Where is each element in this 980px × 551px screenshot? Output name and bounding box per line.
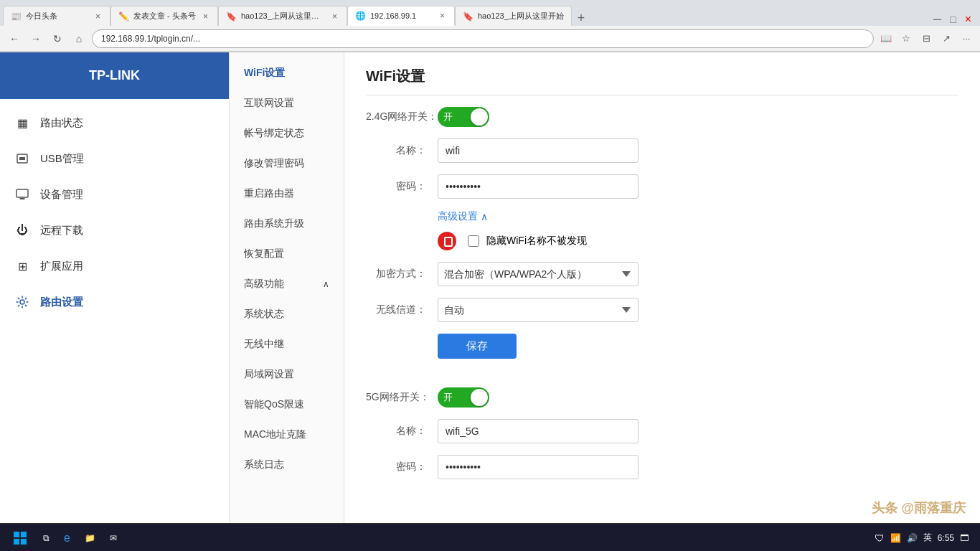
back-button[interactable]: ← — [6, 30, 23, 47]
close-button[interactable]: × — [965, 13, 971, 26]
share-icon[interactable]: ↗ — [938, 31, 954, 47]
wifi-password-input[interactable] — [438, 174, 639, 199]
tab-3-label: hao123_上网从这里开始 — [241, 11, 326, 22]
network-tray-icon[interactable]: 📶 — [890, 533, 901, 543]
network-2g-switch-label: 2.4G网络开关： — [366, 110, 438, 123]
mid-nav-advanced-func[interactable]: 高级功能 ∧ — [230, 269, 344, 299]
advanced-settings-text: 高级设置 — [438, 210, 478, 223]
tab-4-close[interactable]: × — [438, 10, 447, 22]
main-layout: TP-LINK ▦ 路由状态 USB管理 设备管理 ⏻ 远程下载 — [0, 52, 980, 523]
sidebar-item-router-settings[interactable]: 路由设置 — [0, 284, 229, 320]
mid-nav-sys-status[interactable]: 系统状态 — [230, 299, 344, 329]
tab-bar: 📰 今日头条 × ✏️ 发表文章 - 头条号 × 🔖 hao123_上网从这里开… — [0, 0, 980, 26]
lang-indicator[interactable]: 英 — [923, 532, 932, 544]
tab-4-label: 192.168.99.1 — [370, 11, 433, 20]
wifi-name-input[interactable] — [438, 138, 639, 163]
forward-button[interactable]: → — [27, 30, 44, 47]
tab-3-icon: 🔖 — [226, 11, 237, 22]
start-button[interactable] — [6, 527, 34, 550]
wifi-5g-password-control — [438, 455, 639, 479]
settings-icon — [14, 294, 30, 310]
wifi-password-row: 密码： — [366, 174, 958, 199]
mid-nav-wireless-relay[interactable]: 无线中继 — [230, 329, 344, 359]
wifi-5g-name-input[interactable] — [438, 419, 639, 443]
advanced-settings-link[interactable]: 高级设置 ∧ — [438, 210, 958, 223]
tab-3-close[interactable]: × — [330, 11, 339, 22]
home-button[interactable]: ⌂ — [70, 30, 88, 47]
sidebar-item-router-status[interactable]: ▦ 路由状态 — [0, 105, 229, 141]
taskbar-explorer[interactable]: 📁 — [79, 527, 101, 550]
mid-nav-restart[interactable]: 重启路由器 — [230, 179, 344, 209]
refresh-button[interactable]: ↻ — [49, 30, 66, 47]
encryption-select[interactable]: 混合加密（WPA/WPA2个人版） WPA个人版 WPA2个人版 — [438, 262, 639, 286]
sidebar-item-remote-dl[interactable]: ⏻ 远程下载 — [0, 212, 229, 248]
tab-2-icon: ✏️ — [118, 11, 129, 22]
device-icon — [14, 187, 30, 202]
save-button-wrapper: 保存 — [366, 334, 958, 373]
sidebar-expand-label: 扩展应用 — [40, 260, 83, 273]
notification-icon[interactable]: 🗖 — [960, 533, 969, 543]
save-button[interactable]: 保存 — [438, 334, 517, 359]
favorites-icon[interactable]: ☆ — [898, 31, 914, 47]
sidebar-router-settings-label: 路由设置 — [40, 296, 83, 309]
network-5g-toggle[interactable] — [438, 387, 489, 408]
svg-rect-9 — [21, 539, 27, 545]
wifi-password-label: 密码： — [366, 180, 438, 193]
clock: 6:55 — [938, 533, 954, 543]
taskbar-taskview[interactable]: ⧉ — [37, 527, 55, 550]
wifi-5g-password-input[interactable] — [438, 455, 639, 479]
mid-nav-wifi[interactable]: WiFi设置 — [230, 58, 344, 88]
tab-1-icon: 📰 — [11, 11, 22, 22]
mid-nav-qos[interactable]: 智能QoS限速 — [230, 390, 344, 420]
tab-2-close[interactable]: × — [201, 11, 210, 22]
advanced-func-label: 高级功能 — [244, 278, 284, 291]
hide-wifi-checkbox[interactable] — [468, 235, 479, 247]
mid-nav-change-pwd[interactable]: 修改管理密码 — [230, 149, 344, 179]
page-title: WiFi设置 — [366, 67, 958, 95]
mid-nav-internet[interactable]: 互联网设置 — [230, 88, 344, 118]
hub-icon[interactable]: ⊟ — [918, 31, 934, 47]
wifi-name-label: 名称： — [366, 144, 438, 157]
tab-4-icon: 🌐 — [355, 11, 366, 21]
address-input[interactable] — [92, 29, 874, 48]
maximize-button[interactable]: □ — [950, 14, 956, 25]
tab-2[interactable]: ✏️ 发表文章 - 头条号 × — [110, 6, 218, 26]
mid-nav-sys-log[interactable]: 系统日志 — [230, 450, 344, 480]
mid-nav-account[interactable]: 帐号绑定状态 — [230, 118, 344, 149]
shield-tray-icon[interactable]: 🛡 — [875, 532, 885, 544]
wifi-5g-password-row: 密码： — [366, 455, 958, 479]
router-status-icon: ▦ — [14, 115, 30, 131]
tab-3[interactable]: 🔖 hao123_上网从这里开始 × — [218, 6, 347, 26]
sidebar-item-expand-apps[interactable]: ⊞ 扩展应用 — [0, 248, 229, 284]
taskbar-mail[interactable]: ✉ — [104, 527, 123, 550]
channel-select[interactable]: 自动 1 6 11 — [438, 298, 639, 322]
more-icon[interactable]: ··· — [958, 31, 974, 47]
tab-1-close[interactable]: × — [93, 11, 103, 22]
sidebar-item-device-mgmt[interactable]: 设备管理 — [0, 176, 229, 212]
toolbar-icons: 📖 ☆ ⊟ ↗ ··· — [878, 31, 974, 47]
tab-5[interactable]: 🔖 hao123_上网从这里开始 — [455, 6, 572, 26]
sidebar-item-usb-mgmt[interactable]: USB管理 — [0, 141, 229, 176]
sidebar: TP-LINK ▦ 路由状态 USB管理 设备管理 ⏻ 远程下载 — [0, 52, 230, 523]
tab-5-label: hao123_上网从这里开始 — [478, 11, 564, 22]
sidebar-logo: TP-LINK — [0, 52, 229, 99]
wifi-5g-name-label: 名称： — [366, 425, 438, 438]
tab-1[interactable]: 📰 今日头条 × — [3, 6, 110, 26]
tab-2-label: 发表文章 - 头条号 — [133, 11, 197, 22]
volume-tray-icon[interactable]: 🔊 — [907, 533, 918, 543]
svg-rect-2 — [17, 189, 28, 197]
mid-nav-restore[interactable]: 恢复配置 — [230, 239, 344, 269]
taskbar-edge[interactable]: e — [58, 527, 76, 550]
encryption-control: 混合加密（WPA/WPA2个人版） WPA个人版 WPA2个人版 — [438, 262, 639, 286]
reading-view-icon[interactable]: 📖 — [878, 31, 894, 47]
mid-nav-lan-settings[interactable]: 局域网设置 — [230, 359, 344, 390]
mid-nav-upgrade[interactable]: 路由系统升级 — [230, 209, 344, 239]
wifi-5g-password-label: 密码： — [366, 461, 438, 474]
svg-rect-8 — [14, 539, 19, 545]
tab-4[interactable]: 🌐 192.168.99.1 × — [347, 6, 455, 26]
mid-nav-mac-clone[interactable]: MAC地址克隆 — [230, 420, 344, 450]
svg-point-5 — [20, 300, 24, 304]
new-tab-button[interactable]: + — [572, 11, 591, 26]
minimize-button[interactable]: ─ — [933, 13, 941, 26]
network-2g-toggle[interactable] — [438, 107, 489, 127]
